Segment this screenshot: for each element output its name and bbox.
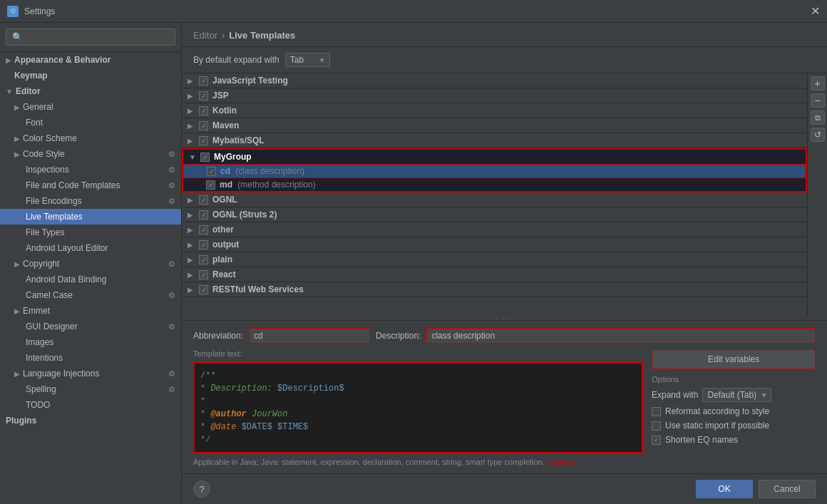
sidebar-item-general[interactable]: ▶ General — [0, 99, 181, 115]
sidebar-item-font[interactable]: Font — [0, 115, 181, 130]
sidebar: ▶ Appearance & Behavior Keymap ▼ Editor … — [0, 23, 182, 504]
template-text-left: Template text: /** * Description: $Descr… — [193, 349, 643, 466]
sidebar-item-intentions[interactable]: Intentions — [0, 350, 181, 366]
arrow-icon: ▶ — [188, 196, 196, 204]
template-code-area[interactable]: /** * Description: $Description$ * * @au… — [193, 362, 643, 453]
group-checkbox[interactable]: ✓ — [199, 106, 208, 115]
template-text-label: Template text: — [193, 349, 643, 358]
footer: ? OK Cancel — [182, 473, 827, 504]
breadcrumb-current: Live Templates — [229, 30, 295, 41]
template-group-header-mygroup[interactable]: ▼ ✓ MyGroup — [183, 150, 806, 164]
ok-button[interactable]: OK — [696, 480, 753, 498]
shorten-eq-checkbox[interactable]: ✓ — [652, 436, 661, 445]
group-checkbox[interactable]: ✓ — [199, 136, 208, 145]
sidebar-item-color-scheme[interactable]: ▶ Color Scheme — [0, 130, 181, 146]
sidebar-item-android-layout-editor[interactable]: Android Layout Editor — [0, 240, 181, 256]
sidebar-item-label: Images — [26, 337, 53, 347]
edit-variables-button[interactable]: Edit variables — [652, 349, 816, 369]
template-group-header-plain[interactable]: ▶ ✓ plain — [182, 252, 807, 267]
sidebar-item-keymap[interactable]: Keymap — [0, 68, 181, 83]
sidebar-item-images[interactable]: Images — [0, 334, 181, 350]
expand-select[interactable]: Tab Enter Space — [285, 53, 330, 67]
template-group-header-ognl[interactable]: ▶ ✓ OGNL — [182, 192, 807, 207]
arrow-icon: ▼ — [6, 88, 13, 96]
template-group-header-js-testing[interactable]: ▶ ✓ JavaScript Testing — [182, 73, 807, 88]
breadcrumb-parent: Editor — [193, 30, 217, 41]
arrow-icon: ▶ — [188, 241, 196, 249]
item-checkbox[interactable]: ✓ — [206, 180, 215, 190]
template-group-header-maven[interactable]: ▶ ✓ Maven — [182, 118, 807, 133]
remove-button[interactable]: − — [811, 93, 825, 108]
template-group-header-jsp[interactable]: ▶ ✓ JSP — [182, 88, 807, 103]
expand-row: By default expand with Tab Enter Space ▼ — [182, 47, 827, 73]
sidebar-item-label: File Types — [26, 227, 64, 237]
group-checkbox[interactable]: ✓ — [199, 76, 208, 86]
template-group-header-react[interactable]: ▶ ✓ React — [182, 267, 807, 282]
add-button[interactable]: + — [811, 76, 825, 91]
template-group-header-other[interactable]: ▶ ✓ other — [182, 222, 807, 237]
sidebar-item-copyright[interactable]: ▶ Copyright ⚙ — [0, 256, 181, 272]
group-checkbox[interactable]: ✓ — [200, 153, 210, 162]
title-bar: ⚙ Settings ✕ — [0, 0, 827, 23]
abbreviation-input[interactable] — [249, 328, 370, 344]
template-abbr: cd — [220, 166, 230, 176]
sidebar-item-android-data-binding[interactable]: Android Data Binding — [0, 272, 181, 287]
settings-icon: ⚙ — [168, 181, 175, 190]
group-checkbox[interactable]: ✓ — [199, 210, 208, 220]
settings-icon: ⚙ — [168, 385, 175, 394]
group-checkbox[interactable]: ✓ — [199, 121, 208, 130]
sidebar-item-plugins[interactable]: Plugins — [0, 413, 181, 428]
group-checkbox[interactable]: ✓ — [199, 91, 208, 101]
template-item-md[interactable]: ✓ md (method description) — [183, 178, 806, 191]
sidebar-item-file-code-templates[interactable]: File and Code Templates ⚙ — [0, 178, 181, 193]
close-button[interactable]: ✕ — [811, 6, 820, 17]
group-checkbox[interactable]: ✓ — [199, 195, 208, 205]
template-group-ognl-struts: ▶ ✓ OGNL (Struts 2) — [182, 207, 807, 222]
sidebar-item-emmet[interactable]: ▶ Emmet — [0, 303, 181, 319]
reset-button[interactable]: ↺ — [811, 128, 825, 142]
sidebar-item-appearance-behavior[interactable]: ▶ Appearance & Behavior — [0, 52, 181, 68]
sidebar-item-code-style[interactable]: ▶ Code Style ⚙ — [0, 146, 181, 162]
template-item-cd[interactable]: ✓ cd (class description) — [183, 164, 806, 178]
item-checkbox[interactable]: ✓ — [207, 167, 216, 176]
template-group-header-mybatis[interactable]: ▶ ✓ Mybatis/SQL — [182, 133, 807, 148]
group-checkbox[interactable]: ✓ — [199, 270, 208, 279]
group-checkbox[interactable]: ✓ — [199, 255, 208, 264]
template-group-header-restful[interactable]: ▶ ✓ RESTful Web Services — [182, 282, 807, 297]
reformat-checkbox[interactable] — [652, 407, 661, 416]
description-input[interactable] — [426, 328, 816, 344]
group-checkbox[interactable]: ✓ — [199, 240, 208, 250]
expand-with-label: Expand with — [652, 390, 698, 400]
sidebar-item-label: Keymap — [14, 71, 48, 81]
group-checkbox[interactable]: ✓ — [199, 225, 208, 235]
sidebar-item-spelling[interactable]: Spelling ⚙ — [0, 381, 181, 397]
sidebar-item-language-injections[interactable]: ▶ Language Injections ⚙ — [0, 366, 181, 381]
arrow-icon: ▶ — [188, 77, 196, 85]
arrow-icon: ▶ — [188, 211, 196, 219]
sidebar-item-todo[interactable]: TODO — [0, 397, 181, 413]
sidebar-item-gui-designer[interactable]: GUI Designer ⚙ — [0, 319, 181, 334]
sidebar-scroll: ▶ Appearance & Behavior Keymap ▼ Editor … — [0, 52, 181, 504]
window-title: Settings — [24, 6, 55, 16]
template-group-header-ognl-struts[interactable]: ▶ ✓ OGNL (Struts 2) — [182, 207, 807, 222]
template-group-header-output[interactable]: ▶ ✓ output — [182, 237, 807, 252]
settings-icon: ⚙ — [168, 165, 175, 175]
sidebar-item-file-encodings[interactable]: File Encodings ⚙ — [0, 193, 181, 209]
sidebar-item-live-templates[interactable]: Live Templates — [0, 209, 181, 225]
template-abbr: md — [220, 180, 232, 190]
template-group-output: ▶ ✓ output — [182, 237, 807, 252]
expand-with-select[interactable]: Default (Tab) Tab Enter Space — [702, 388, 771, 402]
arrow-icon: ▶ — [14, 260, 20, 268]
copy-button[interactable]: ⧉ — [811, 110, 825, 125]
change-link[interactable]: Change — [548, 458, 575, 466]
static-import-checkbox[interactable] — [652, 421, 661, 431]
sidebar-item-inspections[interactable]: Inspections ⚙ — [0, 162, 181, 178]
sidebar-item-editor[interactable]: ▼ Editor — [0, 83, 181, 99]
help-button[interactable]: ? — [193, 480, 210, 498]
cancel-button[interactable]: Cancel — [759, 480, 816, 498]
sidebar-item-camel-case[interactable]: Camel Case ⚙ — [0, 287, 181, 303]
sidebar-item-file-types[interactable]: File Types — [0, 225, 181, 240]
group-checkbox[interactable]: ✓ — [199, 285, 208, 294]
search-input[interactable] — [6, 29, 175, 46]
template-group-header-kotlin[interactable]: ▶ ✓ Kotlin — [182, 103, 807, 118]
